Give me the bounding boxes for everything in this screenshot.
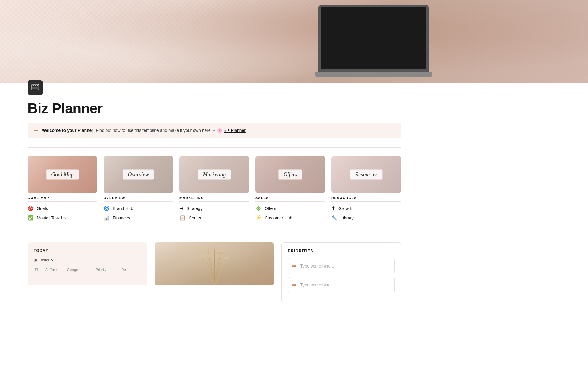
nav-section-title-goal-map: GOAL MAP xyxy=(28,196,97,202)
nav-card-label-goal-map: Goal Map xyxy=(46,170,79,180)
nav-link-offers[interactable]: ✳️Offers xyxy=(255,205,325,212)
nav-links-goal-map: 🎯Goals✅Master Task List xyxy=(28,205,97,221)
priority-item-1[interactable]: ➡ Type something... xyxy=(288,258,395,274)
svg-point-17 xyxy=(205,260,209,262)
callout-prefix: Welcome to your Planner! xyxy=(42,128,95,133)
nav-link-icon-customer-hub: ⚡ xyxy=(255,215,262,221)
nav-link-label-library: Library xyxy=(341,215,354,220)
center-decorative-image xyxy=(155,242,274,285)
nav-link-icon-growth: ⬆ xyxy=(331,205,335,211)
priority-placeholder-1: Type something... xyxy=(300,264,334,268)
nav-section-title-sales: SALES xyxy=(255,196,325,202)
nav-card-overview[interactable]: Overview xyxy=(104,156,173,193)
svg-point-18 xyxy=(220,261,224,263)
tasks-header[interactable]: ⊞ Tasks ∨ xyxy=(34,258,141,262)
nav-link-label-master-task-list: Master Task List xyxy=(37,215,68,220)
nav-card-marketing[interactable]: Marketing xyxy=(179,156,249,193)
hero-laptop-decoration xyxy=(318,5,441,81)
bottom-divider xyxy=(28,234,401,234)
section-divider xyxy=(28,147,401,148)
nav-link-finances[interactable]: 📊Finances xyxy=(104,214,173,221)
nav-link-label-customer-hub: Customer Hub xyxy=(265,215,292,220)
callout-link[interactable]: Biz Planner xyxy=(224,128,246,133)
nav-section-marketing: MarketingMARKETING➡Strategy📋Content xyxy=(179,156,249,221)
grass-decoration xyxy=(184,245,245,285)
nav-link-customer-hub[interactable]: ⚡Customer Hub xyxy=(255,214,325,221)
nav-card-label-sales: Offers xyxy=(279,170,302,180)
callout-text: Welcome to your Planner! Find out how to… xyxy=(42,128,246,133)
welcome-callout: ➡ Welcome to your Planner! Find out how … xyxy=(28,123,401,138)
nav-link-brand-hub[interactable]: 🌀Brand Hub xyxy=(104,205,173,212)
priorities-panel: PRIORITIES ➡ Type something... ➡ Type so… xyxy=(281,242,401,302)
nav-link-label-content: Content xyxy=(189,215,204,220)
nav-link-label-growth: Growth xyxy=(338,206,352,211)
nav-sections-grid: Goal MapGOAL MAP🎯Goals✅Master Task ListO… xyxy=(28,156,401,221)
table-icon: ⊞ xyxy=(34,258,37,262)
nav-link-content[interactable]: 📋Content xyxy=(179,214,249,221)
tasks-label: Tasks xyxy=(39,258,49,262)
nav-section-resources: ResourcesRESOURCES⬆Growth🔧Library xyxy=(331,156,401,221)
nav-link-master-task-list[interactable]: ✅Master Task List xyxy=(28,214,97,221)
nav-links-resources: ⬆Growth🔧Library xyxy=(331,205,401,221)
nav-card-resources[interactable]: Resources xyxy=(331,156,401,193)
priority-placeholder-2: Type something... xyxy=(300,283,334,287)
nav-link-library[interactable]: 🔧Library xyxy=(331,214,401,221)
nav-card-goal-map[interactable]: Goal Map xyxy=(28,156,97,193)
nav-section-title-resources: RESOURCES xyxy=(331,196,401,202)
today-title: TODAY xyxy=(34,249,141,253)
callout-emoji: 🌸 xyxy=(217,128,224,133)
tasks-table-header: ☐ Aa Task Catego... Priority Rel... xyxy=(34,266,141,274)
nav-section-overview: OverviewOVERVIEW🌀Brand Hub📊Finances xyxy=(104,156,173,221)
nav-links-sales: ✳️Offers⚡Customer Hub xyxy=(255,205,325,221)
tasks-chevron-icon: ∨ xyxy=(51,258,54,262)
nav-link-label-goals: Goals xyxy=(37,206,48,211)
page-icon xyxy=(28,80,43,95)
nav-link-label-brand-hub: Brand Hub xyxy=(113,206,133,211)
nav-link-label-finances: Finances xyxy=(113,215,130,220)
callout-arrow-icon: ➡ xyxy=(34,127,38,134)
page-icon-area xyxy=(0,83,588,95)
nav-link-icon-goals: 🎯 xyxy=(28,205,34,211)
hero-overlay xyxy=(0,0,588,83)
nav-link-icon-brand-hub: 🌀 xyxy=(104,205,110,211)
svg-point-14 xyxy=(217,252,224,255)
priorities-title: PRIORITIES xyxy=(288,249,395,253)
priority-item-2[interactable]: ➡ Type something... xyxy=(288,277,395,293)
svg-rect-4 xyxy=(32,87,39,89)
nav-card-label-overview: Overview xyxy=(123,170,154,180)
nav-link-icon-library: 🔧 xyxy=(331,215,337,221)
nav-card-label-resources: Resources xyxy=(350,170,382,180)
col-category: Catego... xyxy=(67,268,95,272)
callout-body: Find out how to use this template and ma… xyxy=(96,128,216,133)
nav-card-label-marketing: Marketing xyxy=(198,170,231,180)
nav-link-goals[interactable]: 🎯Goals xyxy=(28,205,97,212)
priority-arrow-icon-2: ➡ xyxy=(292,282,296,288)
priority-arrow-icon-1: ➡ xyxy=(292,263,296,269)
nav-section-sales: OffersSALES✳️Offers⚡Customer Hub xyxy=(255,156,325,221)
main-content: Biz Planner ➡ Welcome to your Planner! F… xyxy=(0,100,429,302)
nav-link-icon-finances: 📊 xyxy=(104,215,110,221)
nav-link-strategy[interactable]: ➡Strategy xyxy=(179,205,249,212)
nav-link-growth[interactable]: ⬆Growth xyxy=(331,205,401,212)
today-panel: TODAY ⊞ Tasks ∨ ☐ Aa Task Catego... Prio… xyxy=(28,242,147,285)
nav-card-sales[interactable]: Offers xyxy=(255,156,325,193)
nav-link-label-strategy: Strategy xyxy=(187,206,202,211)
nav-section-title-overview: OVERVIEW xyxy=(104,196,173,202)
svg-point-16 xyxy=(224,257,229,259)
svg-point-12 xyxy=(205,250,212,253)
col-checkbox: ☐ xyxy=(35,268,44,272)
bottom-section: TODAY ⊞ Tasks ∨ ☐ Aa Task Catego... Prio… xyxy=(28,242,401,302)
page-title: Biz Planner xyxy=(28,100,401,117)
nav-section-goal-map: Goal MapGOAL MAP🎯Goals✅Master Task List xyxy=(28,156,97,221)
nav-link-icon-master-task-list: ✅ xyxy=(28,215,34,221)
hero-banner xyxy=(0,0,588,83)
svg-point-13 xyxy=(211,247,217,250)
col-task: Aa Task xyxy=(45,268,66,272)
nav-link-icon-content: 📋 xyxy=(179,215,186,221)
col-related: Rel... xyxy=(122,268,140,272)
nav-links-marketing: ➡Strategy📋Content xyxy=(179,205,249,221)
nav-section-title-marketing: MARKETING xyxy=(179,196,249,202)
nav-link-label-offers: Offers xyxy=(265,206,276,211)
svg-point-15 xyxy=(199,255,205,257)
nav-link-icon-strategy: ➡ xyxy=(179,205,183,211)
